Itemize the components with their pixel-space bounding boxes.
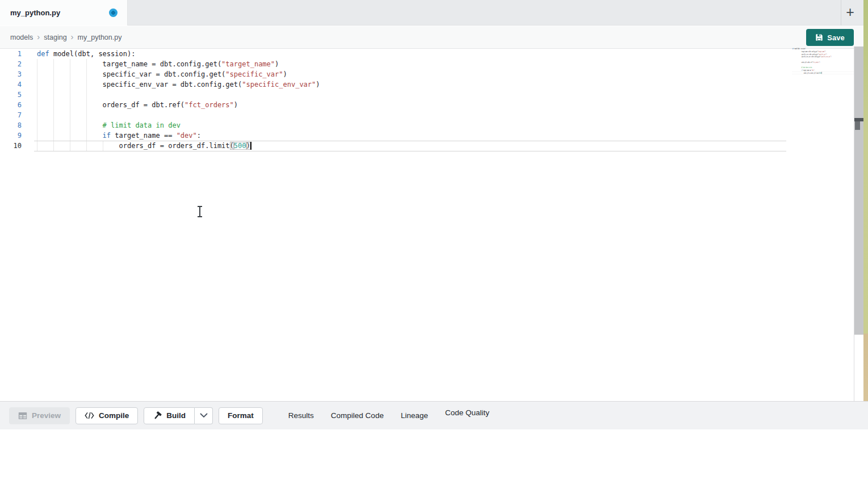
editor-tab-bar: my_python.py + <box>0 0 863 26</box>
hammer-icon <box>153 411 162 420</box>
tab-results-label: Results <box>288 411 314 420</box>
vertical-scrollbar-thumb-stem[interactable] <box>855 121 860 130</box>
tab-title: my_python.py <box>10 9 60 17</box>
unsaved-changes-dot <box>109 9 118 17</box>
table-grid-icon <box>18 411 27 420</box>
vertical-scrollbar-track[interactable] <box>854 47 863 335</box>
breadcrumb-staging[interactable]: staging <box>44 33 66 41</box>
line-number-gutter: 12345678910 <box>0 49 22 151</box>
new-tab-zone: + <box>841 0 859 26</box>
build-options-button[interactable] <box>195 407 213 424</box>
tab-compiled-code-label: Compiled Code <box>331 411 384 420</box>
code-editor[interactable]: 12345678910 def model(dbt, session): tar… <box>0 49 863 401</box>
breadcrumb-separator: › <box>71 32 74 41</box>
tab-results[interactable]: Results <box>280 402 322 430</box>
chevron-down-icon <box>200 413 208 418</box>
breadcrumb-models[interactable]: models <box>10 33 33 41</box>
build-split-button: Build <box>144 407 213 424</box>
action-toolbar: Preview Compile Build <box>0 401 868 429</box>
mouse-ibeam-cursor <box>196 206 203 217</box>
tab-my-python-py[interactable]: my_python.py <box>0 0 128 26</box>
tab-compiled-code[interactable]: Compiled Code <box>322 402 392 430</box>
code-brackets-icon <box>85 412 94 419</box>
new-tab-button[interactable]: + <box>846 5 854 19</box>
build-button-label: Build <box>166 411 186 420</box>
breadcrumb-bar: models › staging › my_python.py Save <box>0 26 863 49</box>
dbt-cloud-ide: my_python.py + models › staging › my_pyt… <box>0 0 868 485</box>
floppy-disk-icon <box>815 33 823 41</box>
preview-button[interactable]: Preview <box>9 407 70 424</box>
tab-code-quality-label: Code Quality <box>445 408 489 417</box>
tab-code-quality[interactable]: Code Quality <box>437 402 498 430</box>
result-panel-tabs: Results Compiled Code Lineage Code Quali… <box>280 402 498 430</box>
code-quality-panel <box>0 429 868 485</box>
editor-minimap[interactable]: def model(dbt, session): target_name = d… <box>792 48 854 82</box>
compile-button-label: Compile <box>99 411 129 420</box>
minimap-lines: def model(dbt, session): target_name = d… <box>792 48 854 74</box>
save-button-label: Save <box>827 33 844 42</box>
tab-lineage[interactable]: Lineage <box>392 402 437 430</box>
save-button[interactable]: Save <box>806 29 854 46</box>
tab-lineage-label: Lineage <box>401 411 428 420</box>
breadcrumb-file[interactable]: my_python.py <box>78 33 122 41</box>
preview-button-label: Preview <box>32 411 61 420</box>
code-lines[interactable]: def model(dbt, session): target_name = d… <box>34 49 786 151</box>
compile-button[interactable]: Compile <box>76 407 138 424</box>
format-button[interactable]: Format <box>219 407 263 424</box>
build-button[interactable]: Build <box>144 407 195 424</box>
breadcrumb-separator: › <box>37 32 40 41</box>
desktop-edge-strip-top <box>863 0 868 334</box>
format-button-label: Format <box>228 411 254 420</box>
